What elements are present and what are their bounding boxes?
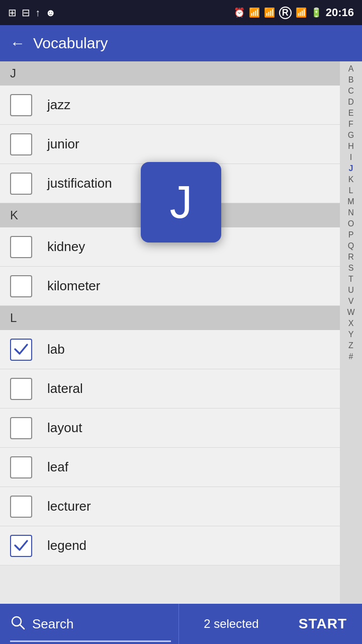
bottom-bar: Search 2 selected START — [0, 604, 362, 644]
time-display: 20:16 — [326, 6, 354, 19]
search-icon — [10, 615, 25, 633]
alpha-letter-s[interactable]: S — [340, 263, 362, 274]
alpha-letter-#[interactable]: # — [340, 351, 362, 362]
checkbox-justification[interactable] — [10, 173, 32, 195]
section-header-l: L — [0, 306, 340, 330]
alpha-letter-f[interactable]: F — [340, 119, 362, 130]
word-list[interactable]: J jazz junior justificationK kidney kilo… — [0, 61, 340, 604]
checkmark-legend — [13, 537, 29, 555]
word-label: kidney — [47, 239, 85, 255]
checkbox-junior[interactable] — [10, 133, 32, 155]
word-label: kilometer — [47, 278, 100, 294]
word-label: justification — [47, 176, 112, 191]
checkbox-layout[interactable] — [10, 417, 32, 439]
word-item[interactable]: lecturer — [0, 487, 340, 526]
status-bar: ⊞ ⊟ ↑ ☻ ⏰ 📶 📶 R 📶 🔋 20:16 — [0, 0, 362, 25]
alpha-letter-v[interactable]: V — [340, 296, 362, 307]
battery-icon: 🔋 — [311, 7, 322, 18]
word-item[interactable]: lateral — [0, 369, 340, 409]
checkbox-legend[interactable] — [10, 535, 32, 557]
word-item[interactable]: leaf — [0, 448, 340, 487]
checkbox-jazz[interactable] — [10, 94, 32, 116]
checkbox-lateral[interactable] — [10, 378, 32, 400]
checkbox-lecturer[interactable] — [10, 496, 32, 518]
status-icons-left: ⊞ ⊟ ↑ ☻ — [8, 7, 56, 19]
letter-popup-text: J — [170, 177, 193, 228]
checkbox-kidney[interactable] — [10, 236, 32, 258]
checkmark-lab — [13, 341, 29, 359]
status-icons-right: ⏰ 📶 📶 R 📶 🔋 20:16 — [234, 6, 354, 19]
word-item[interactable]: legend — [0, 526, 340, 566]
checkbox-kilometer[interactable] — [10, 275, 32, 297]
search-label: Search — [32, 616, 73, 632]
alphabet-sidebar: ABCDEFGHIJKLMNOPQRSTUVWXYZ# — [340, 61, 362, 604]
alpha-letter-a[interactable]: A — [340, 63, 362, 74]
word-label: lateral — [47, 381, 83, 396]
word-label: leaf — [47, 459, 68, 475]
search-underline — [10, 640, 171, 642]
alpha-letter-k[interactable]: K — [340, 174, 362, 185]
word-item[interactable]: jazz — [0, 86, 340, 125]
gallery-icon: ⊞ — [8, 7, 17, 19]
word-item[interactable]: layout — [0, 409, 340, 448]
word-label: junior — [47, 136, 79, 152]
checkbox-lab[interactable] — [10, 339, 32, 361]
search-section[interactable]: Search — [0, 604, 179, 644]
back-button[interactable]: ← — [10, 35, 25, 52]
word-label: legend — [47, 538, 86, 553]
content-area: J jazz junior justificationK kidney kilo… — [0, 61, 362, 604]
alpha-letter-h[interactable]: H — [340, 141, 362, 152]
alpha-letter-r[interactable]: R — [340, 252, 362, 263]
alarm-icon: ⏰ — [234, 7, 245, 18]
letter-popup: J — [141, 162, 221, 243]
alpha-letter-e[interactable]: E — [340, 108, 362, 119]
alpha-letter-x[interactable]: X — [340, 318, 362, 329]
word-item[interactable]: junior — [0, 125, 340, 164]
grid-icon: ⊟ — [22, 7, 30, 19]
selected-count: 2 selected — [179, 617, 284, 631]
alpha-letter-o[interactable]: O — [340, 218, 362, 229]
word-label: lab — [47, 342, 65, 357]
alpha-letter-m[interactable]: M — [340, 196, 362, 207]
word-label: jazz — [47, 97, 70, 113]
word-item[interactable]: kilometer — [0, 267, 340, 306]
alpha-letter-l[interactable]: L — [340, 185, 362, 196]
alpha-letter-g[interactable]: G — [340, 130, 362, 141]
alpha-letter-i[interactable]: I — [340, 152, 362, 163]
alpha-letter-c[interactable]: C — [340, 86, 362, 97]
wifi-icon: 📶 — [249, 7, 260, 18]
alpha-letter-j[interactable]: J — [340, 163, 362, 174]
alpha-letter-n[interactable]: N — [340, 207, 362, 218]
alpha-letter-y[interactable]: Y — [340, 329, 362, 340]
checkbox-leaf[interactable] — [10, 456, 32, 478]
word-label: lecturer — [47, 499, 91, 514]
signal2-icon: 📶 — [296, 7, 307, 18]
alpha-letter-u[interactable]: U — [340, 285, 362, 296]
start-button[interactable]: START — [284, 616, 362, 632]
section-header-j: J — [0, 61, 340, 86]
r-badge: R — [279, 7, 292, 19]
page-title: Vocabulary — [33, 35, 108, 52]
alpha-letter-q[interactable]: Q — [340, 240, 362, 252]
alpha-letter-p[interactable]: P — [340, 229, 362, 240]
android-icon: ☻ — [45, 7, 56, 19]
upload-icon: ↑ — [35, 7, 40, 19]
alpha-letter-b[interactable]: B — [340, 74, 362, 86]
signal1-icon: 📶 — [264, 7, 275, 18]
alpha-letter-z[interactable]: Z — [340, 340, 362, 351]
alpha-letter-t[interactable]: T — [340, 274, 362, 285]
app-bar: ← Vocabulary — [0, 25, 362, 61]
word-label: layout — [47, 420, 82, 436]
word-item[interactable]: lab — [0, 330, 340, 369]
alpha-letter-d[interactable]: D — [340, 97, 362, 108]
alpha-letter-w[interactable]: W — [340, 307, 362, 318]
svg-line-1 — [20, 625, 24, 629]
